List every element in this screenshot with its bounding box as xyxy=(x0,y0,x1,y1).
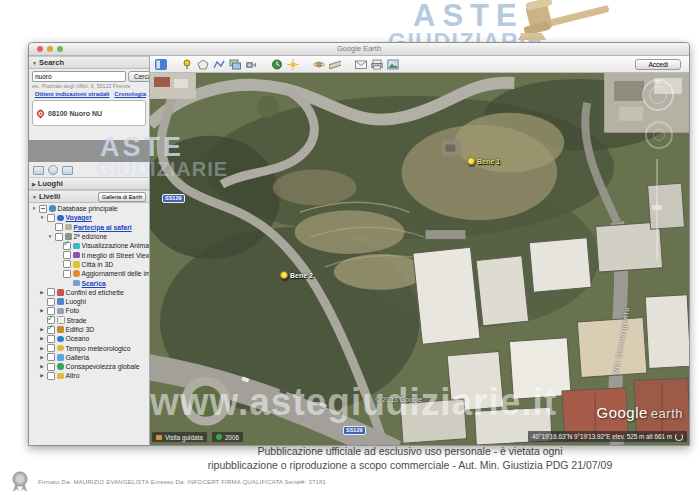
print-icon[interactable] xyxy=(370,58,383,70)
layer-label[interactable]: Confini ed etichette xyxy=(66,289,124,296)
layer-item[interactable]: Partecipa ai safari xyxy=(29,223,149,232)
compass-control[interactable]: N xyxy=(642,79,674,111)
guided-tour-button[interactable]: Visita guidata xyxy=(152,432,207,442)
search-result-item[interactable]: 08100 Nuoro NU xyxy=(32,100,146,126)
signature-seal-icon xyxy=(9,471,31,493)
layer-item[interactable]: Il meglio di Street View xyxy=(29,250,149,259)
layer-checkbox[interactable] xyxy=(55,233,63,241)
layer-checkbox[interactable] xyxy=(63,270,71,278)
layer-label[interactable]: Oceano xyxy=(66,335,90,342)
layer-checkbox[interactable] xyxy=(47,326,55,334)
toggle-sidebar-icon[interactable] xyxy=(154,58,167,70)
search-panel-header[interactable]: ▼ Search xyxy=(29,56,149,69)
layer-item[interactable]: ▶Tempo meteorologico xyxy=(29,343,149,352)
layer-checkbox[interactable] xyxy=(55,223,63,231)
tree-expander-icon[interactable]: ▶ xyxy=(39,346,45,351)
history-link[interactable]: Cronologia xyxy=(114,91,146,97)
look-joystick-control[interactable] xyxy=(645,121,673,149)
layer-checkbox[interactable] xyxy=(47,335,55,343)
layer-item[interactable]: ▼Voyager xyxy=(29,213,149,222)
layer-checkbox[interactable] xyxy=(63,260,71,268)
layer-checkbox[interactable] xyxy=(47,363,55,371)
layer-label[interactable]: 2ª edizione xyxy=(74,233,108,240)
layer-label[interactable]: Luoghi xyxy=(66,298,86,305)
layer-label[interactable]: Il meglio di Street View xyxy=(82,252,151,259)
layer-label[interactable]: Altro xyxy=(66,372,80,379)
layer-label[interactable]: Edifici 3D xyxy=(66,326,95,333)
layer-item[interactable]: ▶Galleria xyxy=(29,353,149,362)
imagery-date-chip[interactable]: 2006 xyxy=(212,432,243,442)
layer-item[interactable]: ▶Oceano xyxy=(29,334,149,343)
record-tour-icon[interactable] xyxy=(244,58,257,70)
layer-item[interactable]: Luoghi xyxy=(29,297,149,306)
layer-item[interactable]: Aggiornamenti delle imm... xyxy=(29,269,149,278)
directions-link[interactable]: Ottieni indicazioni stradali xyxy=(35,91,110,97)
layer-label[interactable]: Database principale xyxy=(58,205,118,212)
add-placemark-icon[interactable] xyxy=(180,58,193,70)
layer-checkbox[interactable] xyxy=(47,353,55,361)
layer-label[interactable]: Scarica xyxy=(82,280,106,287)
layer-checkbox[interactable] xyxy=(47,288,55,296)
layer-label[interactable]: Città in 3D xyxy=(82,261,114,268)
search-button[interactable]: Cerca xyxy=(128,71,150,82)
layer-item[interactable]: Visualizzazione Animali xyxy=(29,241,149,250)
email-icon[interactable] xyxy=(354,58,367,70)
layer-checkbox[interactable] xyxy=(47,372,55,380)
ruler-icon[interactable] xyxy=(328,58,341,70)
tree-expander-icon[interactable]: ▶ xyxy=(39,290,45,295)
print-results-icon[interactable] xyxy=(62,166,73,175)
layer-item[interactable]: ▶Edifici 3D xyxy=(29,325,149,334)
layer-label[interactable]: Voyager xyxy=(66,214,92,221)
layer-label[interactable]: Consapevolezza globale xyxy=(66,363,140,370)
layer-label[interactable]: Visualizzazione Animali xyxy=(82,242,151,249)
search-input[interactable] xyxy=(32,71,126,82)
layer-label[interactable]: Partecipa ai safari xyxy=(74,224,132,231)
earth-gallery-button[interactable]: Galleria di Earth xyxy=(98,192,146,202)
planets-icon[interactable] xyxy=(312,58,325,70)
layer-item[interactable]: Scarica xyxy=(29,278,149,287)
layer-label[interactable]: Aggiornamenti delle imm... xyxy=(82,270,151,277)
save-image-icon[interactable] xyxy=(386,58,399,70)
tree-expander-icon[interactable]: ▼ xyxy=(47,234,53,239)
tree-expander-icon[interactable]: ▶ xyxy=(39,308,45,313)
tree-expander-icon[interactable]: ▶ xyxy=(39,364,45,369)
layer-label[interactable]: Tempo meteorologico xyxy=(66,345,131,352)
layer-item[interactable]: ▶Consapevolezza globale xyxy=(29,362,149,371)
window-titlebar[interactable]: Google Earth xyxy=(29,43,689,56)
tree-expander-icon[interactable]: ▶ xyxy=(39,327,45,332)
placemark-bene-1[interactable]: Bene 1 xyxy=(467,157,500,165)
tree-expander-icon[interactable]: ▶ xyxy=(39,373,45,378)
historical-imagery-icon[interactable] xyxy=(270,58,283,70)
tree-expander-icon[interactable]: ▶ xyxy=(39,336,45,341)
add-image-overlay-icon[interactable] xyxy=(228,58,241,70)
layer-label[interactable]: Galleria xyxy=(66,354,89,361)
layer-label[interactable]: Strade xyxy=(67,317,87,324)
layer-item[interactable]: ▼Database principale xyxy=(29,204,149,213)
layer-checkbox[interactable] xyxy=(47,214,55,222)
history-clock-icon[interactable] xyxy=(48,165,58,175)
placemark-label: Bene 1 xyxy=(477,158,500,165)
layer-label[interactable]: Foto xyxy=(66,307,80,314)
folder-icon[interactable] xyxy=(33,166,44,175)
sunlight-icon[interactable] xyxy=(286,58,299,70)
map-view[interactable]: Bene 1 Bene 2 SS129 SS129 Via Gennargent… xyxy=(150,73,689,445)
placemark-bene-2[interactable]: Bene 2 xyxy=(280,271,313,279)
layer-checkbox[interactable] xyxy=(63,251,71,259)
layer-item[interactable]: ▶Confini ed etichette xyxy=(29,288,149,297)
layer-item[interactable]: Città in 3D xyxy=(29,260,149,269)
layer-item[interactable]: ▶Altro xyxy=(29,371,149,380)
layers-panel-header[interactable]: ▼ Livelli Galleria di Earth xyxy=(29,190,149,203)
tree-expander-icon[interactable]: ▼ xyxy=(31,206,37,211)
zoom-slider-handle[interactable] xyxy=(652,205,662,210)
add-path-icon[interactable] xyxy=(212,58,225,70)
tree-expander-icon[interactable]: ▼ xyxy=(39,215,45,220)
layer-checkbox[interactable] xyxy=(47,344,55,352)
signin-button[interactable]: Accedi xyxy=(635,59,681,70)
sidebar: ▼ Search Cerca es.: Piazzale degli Uffiz… xyxy=(29,56,150,445)
layer-checkbox[interactable] xyxy=(39,205,47,213)
layer-checkbox[interactable] xyxy=(47,298,55,306)
tree-expander-icon[interactable]: ▶ xyxy=(39,355,45,360)
layer-item[interactable]: ▼2ª edizione xyxy=(29,232,149,241)
layer-checkbox[interactable] xyxy=(63,242,71,250)
add-polygon-icon[interactable] xyxy=(196,58,209,70)
